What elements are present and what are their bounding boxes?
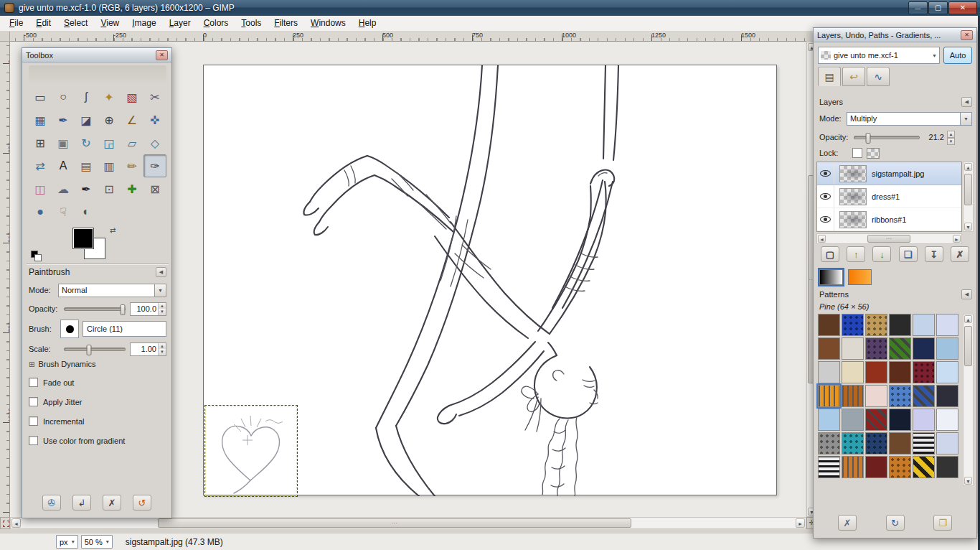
- tool-text[interactable]: A: [52, 154, 75, 177]
- tool-perspective-clone[interactable]: ⊠: [143, 177, 166, 200]
- pattern-cell[interactable]: [889, 432, 911, 455]
- patterns-collapse-button[interactable]: [961, 289, 972, 299]
- pattern-cell[interactable]: [889, 361, 911, 383]
- scroll-left-icon[interactable]: ◄: [11, 518, 21, 528]
- tool-move[interactable]: ✜: [143, 108, 166, 131]
- checkbox-box[interactable]: [29, 378, 38, 387]
- pattern-cell[interactable]: [818, 337, 840, 360]
- pattern-cell[interactable]: [865, 456, 887, 478]
- paint-mode-select[interactable]: Normal: [58, 284, 155, 297]
- raise-layer-button[interactable]: ↑: [847, 246, 865, 262]
- tool-crop[interactable]: ▣: [52, 131, 75, 154]
- scroll-down-icon[interactable]: ▼: [964, 477, 972, 485]
- toolbox-close-button[interactable]: [156, 50, 168, 60]
- duplicate-layer-button[interactable]: ❏: [899, 246, 918, 262]
- brush-name-field[interactable]: Circle (11): [83, 321, 166, 337]
- menu-view[interactable]: View: [94, 16, 126, 31]
- pattern-cell[interactable]: [936, 361, 958, 383]
- layer-list-hscrollbar-thumb[interactable]: ⋯: [867, 235, 910, 243]
- pattern-cell[interactable]: [913, 361, 935, 383]
- layer-list-vscrollbar[interactable]: ▲ ▼: [963, 162, 974, 232]
- tool-scissors-select[interactable]: ✂: [143, 85, 166, 108]
- tool-zoom[interactable]: ⊕: [98, 108, 121, 131]
- tool-color-picker[interactable]: ◪: [75, 108, 98, 131]
- vertical-ruler[interactable]: 02505007501000: [0, 42, 10, 517]
- checkbox-box[interactable]: [29, 436, 38, 445]
- pattern-cell[interactable]: [842, 361, 864, 383]
- brush-dynamics-expander[interactable]: Brush Dynamics: [29, 360, 95, 368]
- pattern-cell[interactable]: [818, 432, 840, 455]
- auto-button[interactable]: Auto: [943, 47, 972, 64]
- pattern-cell[interactable]: [936, 409, 958, 431]
- lock-pixels-checkbox[interactable]: [852, 148, 862, 158]
- tool-scale[interactable]: ◲: [98, 131, 121, 154]
- tool-fuzzy-select[interactable]: ✦: [98, 85, 121, 108]
- brush-preview-button[interactable]: [60, 320, 79, 338]
- default-colors-icon[interactable]: [31, 251, 41, 261]
- menu-help[interactable]: Help: [352, 16, 383, 31]
- layer-opacity-slider[interactable]: [854, 136, 920, 139]
- refresh-patterns-button[interactable]: ↻: [886, 515, 905, 531]
- scroll-right-icon[interactable]: ►: [953, 235, 961, 243]
- pattern-cell[interactable]: [842, 432, 864, 455]
- canvas-image[interactable]: [203, 65, 777, 495]
- scroll-up-icon[interactable]: ▲: [964, 163, 972, 171]
- tool-free-select[interactable]: ʃ: [75, 85, 98, 108]
- new-layer-button[interactable]: ▢: [821, 246, 839, 262]
- pattern-cell[interactable]: [818, 385, 840, 407]
- close-button[interactable]: [948, 1, 977, 14]
- pattern-cell[interactable]: [865, 361, 887, 383]
- pattern-cell[interactable]: [818, 361, 840, 383]
- pattern-cell[interactable]: [913, 456, 935, 478]
- tool-eraser[interactable]: ◫: [29, 177, 52, 200]
- checkbox-apply-jitter[interactable]: Apply Jitter: [29, 392, 166, 411]
- pattern-cell[interactable]: [936, 314, 958, 336]
- layer-visible-eye-icon[interactable]: [817, 208, 834, 230]
- save-options-button[interactable]: ✇: [42, 495, 61, 511]
- pattern-cell[interactable]: [865, 432, 887, 455]
- pattern-cell[interactable]: [913, 314, 935, 336]
- menu-select[interactable]: Select: [57, 16, 94, 31]
- image-combo[interactable]: give unto me.xcf-1: [818, 47, 940, 64]
- unit-select[interactable]: px: [56, 535, 78, 549]
- tool-opacity-spin[interactable]: 100.0: [130, 302, 166, 316]
- titlebar[interactable]: give unto me.xcf-1.0 (RGB, 6 layers) 160…: [0, 0, 980, 16]
- layer-list-hscrollbar[interactable]: ◄ ⋯ ►: [816, 233, 962, 244]
- chevron-down-icon[interactable]: [961, 112, 972, 126]
- pattern-cell[interactable]: [889, 337, 911, 360]
- canvas-hscrollbar-thumb[interactable]: ⋯: [158, 518, 631, 528]
- tool-scale-spin[interactable]: 1.00: [130, 342, 166, 356]
- pattern-cell[interactable]: [936, 432, 958, 455]
- pattern-cell[interactable]: [865, 409, 887, 431]
- pattern-cell[interactable]: [936, 385, 958, 407]
- checkbox-box[interactable]: [29, 416, 38, 426]
- tool-perspective[interactable]: ◇: [143, 131, 166, 154]
- layer-visible-eye-icon[interactable]: [817, 185, 834, 208]
- scroll-right-icon[interactable]: ►: [796, 518, 805, 528]
- tool-flip[interactable]: ⇄: [29, 154, 52, 177]
- delete-pattern-button[interactable]: ✗: [838, 515, 857, 531]
- tool-foreground-select[interactable]: ▦: [29, 108, 52, 131]
- zoom-select[interactable]: 50 %: [81, 535, 113, 549]
- gradient-fg-to-transparent[interactable]: [848, 269, 872, 285]
- tool-ellipse-select[interactable]: ○: [52, 85, 75, 108]
- tool-align[interactable]: ⊞: [29, 131, 52, 154]
- checkbox-fade-out[interactable]: Fade out: [29, 373, 166, 392]
- pattern-cell[interactable]: [889, 409, 911, 431]
- tab-layers[interactable]: ▤: [818, 67, 841, 86]
- tool-heal[interactable]: ✚: [121, 177, 143, 200]
- signature-selection[interactable]: [204, 405, 298, 497]
- tool-blur-sharpen[interactable]: ●: [29, 200, 52, 223]
- maximize-button[interactable]: [928, 1, 948, 14]
- pattern-cell[interactable]: [936, 337, 958, 360]
- pattern-cell[interactable]: [913, 432, 935, 455]
- quickmask-toggle[interactable]: [0, 517, 10, 529]
- layer-row-sigstampalt-jpg[interactable]: sigstampalt.jpg: [817, 162, 961, 185]
- menu-windows[interactable]: Windows: [304, 16, 352, 31]
- tool-dodge-burn[interactable]: ◐: [75, 200, 98, 223]
- pattern-cell[interactable]: [913, 409, 935, 431]
- pattern-cell[interactable]: [818, 456, 840, 478]
- scroll-up-icon[interactable]: ▲: [964, 315, 972, 323]
- slider-handle[interactable]: [865, 133, 870, 144]
- tool-blend[interactable]: ▥: [98, 154, 121, 177]
